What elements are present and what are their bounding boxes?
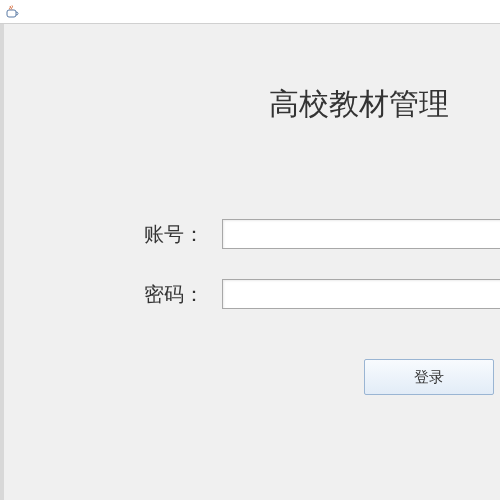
login-button[interactable]: 登录	[364, 359, 494, 395]
password-row: 密码：	[144, 279, 500, 309]
account-row: 账号：	[144, 219, 500, 249]
app-title: 高校教材管理	[269, 84, 449, 125]
java-cup-icon	[4, 4, 20, 20]
account-input[interactable]	[222, 219, 500, 249]
password-input[interactable]	[222, 279, 500, 309]
account-label: 账号：	[144, 221, 204, 248]
content-area: 高校教材管理 账号： 密码： 登录	[0, 24, 500, 500]
title-bar	[0, 0, 500, 24]
password-label: 密码：	[144, 281, 204, 308]
